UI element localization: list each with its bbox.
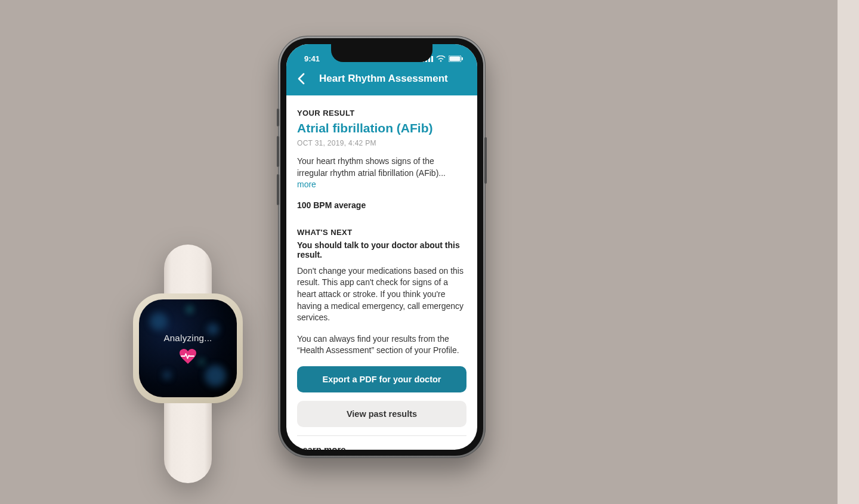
phone-notch <box>331 44 432 62</box>
decorative-edge-strip <box>838 0 859 504</box>
particle <box>150 313 168 330</box>
result-label: YOUR RESULT <box>297 109 466 118</box>
result-description-text: Your heart rhythm shows signs of the irr… <box>297 156 446 178</box>
status-time: 9:41 <box>304 54 320 63</box>
whats-next-label: WHAT'S NEXT <box>297 228 466 237</box>
phone-device: 9:41 <box>278 36 486 458</box>
back-button[interactable] <box>297 73 305 85</box>
phone-screen: 9:41 <box>286 44 477 450</box>
battery-icon <box>449 55 463 62</box>
whats-next-paragraph-1: Don't change your medications based on t… <box>297 265 466 324</box>
phone-volume-up <box>277 136 279 167</box>
whats-next-headline: You should talk to your doctor about thi… <box>297 240 466 259</box>
phone-mute-switch <box>277 109 279 126</box>
result-description: Your heart rhythm shows signs of the irr… <box>297 156 466 191</box>
wifi-icon <box>436 55 446 62</box>
whats-next-paragraph-2: You can always find your results from th… <box>297 333 466 357</box>
watch-body: Analyzing... <box>133 293 243 403</box>
page-title: Heart Rhythm Assessment <box>319 73 448 85</box>
svg-rect-3 <box>431 56 433 62</box>
phone-side-button <box>484 137 487 184</box>
export-pdf-button[interactable]: Export a PDF for your doctor <box>297 366 466 392</box>
learn-more-link[interactable]: Learn more <box>297 444 466 450</box>
watch-status-text: Analyzing... <box>163 333 212 343</box>
particle <box>163 371 171 379</box>
watch-strap-bottom <box>164 400 212 483</box>
particle <box>205 365 226 386</box>
result-timestamp: OCT 31, 2019, 4:42 PM <box>297 139 466 147</box>
particle <box>199 360 204 364</box>
smartwatch-device: Analyzing... <box>125 251 251 477</box>
particle <box>187 307 193 313</box>
result-bpm: 100 BPM average <box>297 200 466 210</box>
result-diagnosis: Atrial fibrillation (AFib) <box>297 121 466 135</box>
svg-rect-6 <box>462 57 463 60</box>
watch-screen: Analyzing... <box>139 299 237 397</box>
svg-rect-5 <box>450 56 461 61</box>
divider <box>297 435 466 436</box>
heart-pulse-icon <box>179 349 197 364</box>
more-link[interactable]: more <box>297 180 316 189</box>
view-past-results-button[interactable]: View past results <box>297 401 466 427</box>
phone-volume-down <box>277 174 279 205</box>
chevron-left-icon <box>297 73 305 85</box>
